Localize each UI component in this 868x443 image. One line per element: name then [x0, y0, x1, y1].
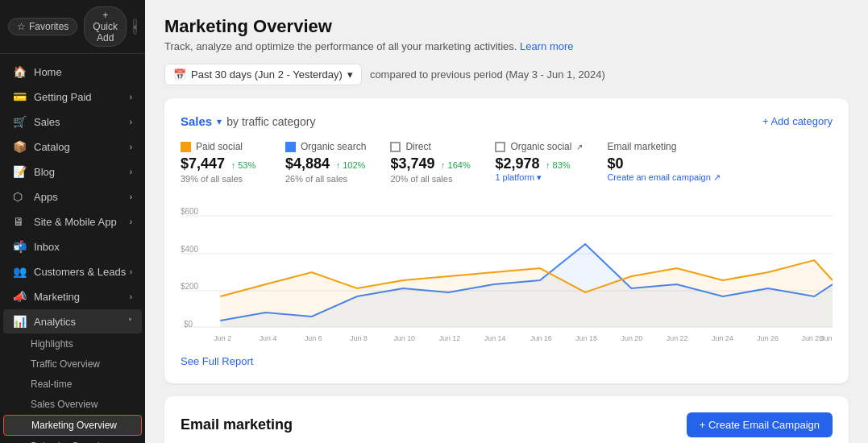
collapse-sidebar-button[interactable]: ‹ — [133, 19, 137, 35]
sidebar-item-getting-paid[interactable]: 💳 Getting Paid › — [3, 85, 142, 109]
site-mobile-icon: 🖥 — [13, 215, 27, 228]
sidebar-item-home-label: Home — [34, 66, 62, 78]
paid-social-checkbox[interactable] — [181, 142, 191, 152]
sidebar-item-blog[interactable]: 📝 Blog › — [3, 159, 142, 184]
sidebar-item-apps[interactable]: ⬡ Apps › — [3, 184, 142, 209]
svg-text:Jun 22: Jun 22 — [667, 334, 688, 342]
sidebar-item-analytics[interactable]: 📊 Analytics ˅ — [3, 309, 142, 333]
metric-email-marketing: Email marketing $0 Create an email campa… — [607, 141, 720, 184]
traffic-overview-label: Traffic Overview — [31, 358, 100, 370]
direct-checkbox[interactable] — [390, 142, 401, 152]
date-range-label: Past 30 days (Jun 2 - Yesterday) — [191, 68, 343, 81]
sidebar-item-real-time[interactable]: Real-time — [3, 375, 142, 394]
metric-organic-social: Organic social ↗ $2,978 ↑ 83% 1 platform… — [495, 141, 583, 184]
chevron-down-icon: ▾ — [347, 68, 353, 81]
date-range-selector[interactable]: 📅 Past 30 days (Jun 2 - Yesterday) ▾ — [164, 64, 362, 85]
svg-text:Jun 4: Jun 4 — [260, 334, 277, 342]
chevron-right-icon: › — [130, 143, 132, 151]
sidebar-nav: 🏠 Home 💳 Getting Paid › 🛒 Sales › 📦 Cata… — [0, 54, 145, 443]
svg-text:Jun 26: Jun 26 — [757, 334, 779, 342]
svg-text:Jun 10: Jun 10 — [393, 334, 415, 342]
svg-text:Jun 16: Jun 16 — [530, 334, 552, 342]
main-content: Marketing Overview Track, analyze and op… — [145, 0, 868, 443]
chevron-right-icon: › — [130, 168, 132, 176]
sidebar-item-home[interactable]: 🏠 Home — [3, 60, 142, 84]
add-category-label: + Add category — [762, 115, 833, 127]
marketing-overview-label: Marketing Overview — [31, 420, 117, 431]
learn-more-link[interactable]: Learn more — [520, 40, 573, 52]
sidebar-item-inbox-label: Inbox — [34, 241, 60, 253]
sidebar-item-traffic-overview[interactable]: Traffic Overview — [3, 354, 142, 374]
card-header: Sales ▾ by traffic category + Add catego… — [181, 114, 833, 128]
chevron-right-icon: › — [130, 93, 132, 101]
svg-text:$0: $0 — [184, 320, 193, 329]
paid-social-value: $7,447 ↑ 53% — [181, 155, 261, 172]
sidebar-item-getting-paid-label: Getting Paid — [34, 91, 92, 103]
compare-text: compared to previous period (May 3 - Jun… — [370, 68, 605, 81]
chevron-down-small-icon: ▾ — [217, 116, 222, 127]
quick-add-button[interactable]: + Quick Add — [84, 6, 127, 47]
favorites-button[interactable]: ☆ Favorites — [8, 18, 77, 35]
chevron-right-icon: › — [130, 193, 132, 201]
svg-text:Jun 12: Jun 12 — [439, 334, 461, 342]
sidebar-item-inbox[interactable]: 📬 Inbox — [3, 234, 142, 259]
favorites-label: Favorites — [29, 21, 69, 32]
sales-title-link[interactable]: Sales — [181, 114, 212, 128]
sidebar-item-customers-label: Customers & Leads — [34, 266, 126, 278]
date-bar: 📅 Past 30 days (Jun 2 - Yesterday) ▾ com… — [164, 64, 849, 85]
email-section-title: Email marketing — [181, 416, 293, 433]
sales-icon: 🛒 — [13, 115, 27, 128]
svg-text:Jun 28: Jun 28 — [802, 334, 824, 342]
organic-search-value: $4,884 ↑ 102% — [285, 155, 366, 172]
organic-search-checkbox[interactable] — [285, 142, 296, 152]
organic-search-label: Organic search — [285, 141, 366, 152]
svg-marker-9 — [220, 260, 833, 327]
svg-text:$600: $600 — [181, 207, 198, 216]
page-subtitle: Track, analyze and optimize the performa… — [164, 40, 849, 52]
blog-icon: 📝 — [13, 165, 27, 178]
chart-area: $600 $400 $200 $0 Jun 2 Jun 4 Jun 6 Jun … — [181, 200, 833, 347]
platform-link[interactable]: 1 platform ▾ — [495, 172, 583, 183]
sidebar: ☆ Favorites + Quick Add ‹ 🏠 Home 💳 Getti… — [0, 0, 145, 443]
inbox-icon: 📬 — [13, 240, 27, 253]
svg-text:$400: $400 — [181, 245, 198, 254]
organic-social-value: $2,978 ↑ 83% — [495, 155, 583, 172]
home-icon: 🏠 — [13, 65, 27, 78]
direct-value: $3,749 ↑ 164% — [390, 155, 471, 172]
see-full-report-link[interactable]: See Full Report — [181, 355, 253, 367]
marketing-icon: 📣 — [13, 290, 27, 303]
sidebar-item-catalog[interactable]: 📦 Catalog › — [3, 135, 142, 159]
chart-footer: See Full Report — [181, 355, 833, 367]
sidebar-item-sales[interactable]: 🛒 Sales › — [3, 110, 142, 134]
chevron-right-icon: › — [130, 118, 132, 126]
sidebar-item-marketing-label: Marketing — [34, 291, 80, 303]
analytics-icon: 📊 — [13, 315, 27, 328]
sidebar-item-catalog-label: Catalog — [34, 141, 70, 153]
catalog-icon: 📦 — [13, 140, 27, 153]
chevron-right-icon: › — [130, 267, 132, 276]
card-subtitle: by traffic category — [226, 115, 315, 128]
email-section: Email marketing + Create Email Campaign — [181, 412, 833, 437]
organic-social-checkbox[interactable] — [495, 142, 505, 152]
page-title: Marketing Overview — [164, 16, 849, 37]
add-category-button[interactable]: + Add category — [762, 115, 833, 127]
create-campaign-link[interactable]: Create an email campaign ↗ — [607, 172, 720, 183]
sidebar-item-customers[interactable]: 👥 Customers & Leads › — [3, 259, 142, 284]
svg-text:Jun 30: Jun 30 — [820, 334, 833, 342]
apps-icon: ⬡ — [13, 190, 27, 203]
organic-search-pct: 26% of all sales — [285, 174, 366, 184]
sidebar-item-site-mobile[interactable]: 🖥 Site & Mobile App › — [3, 209, 142, 234]
chevron-down-icon: ˅ — [128, 317, 132, 326]
sidebar-item-marketing[interactable]: 📣 Marketing › — [3, 284, 142, 308]
metric-paid-social: Paid social $7,447 ↑ 53% 39% of all sale… — [181, 141, 261, 184]
sidebar-item-sales-overview[interactable]: Sales Overview — [3, 395, 142, 414]
customers-icon: 👥 — [13, 265, 27, 278]
real-time-label: Real-time — [31, 379, 72, 390]
create-email-campaign-button[interactable]: + Create Email Campaign — [687, 412, 833, 437]
sidebar-item-marketing-overview[interactable]: Marketing Overview — [3, 415, 142, 436]
metrics-row: Paid social $7,447 ↑ 53% 39% of all sale… — [181, 141, 833, 184]
direct-label: Direct — [390, 141, 471, 152]
sidebar-item-highlights[interactable]: Highlights — [3, 334, 142, 354]
email-marketing-card: Email marketing + Create Email Campaign — [164, 396, 849, 443]
sidebar-item-behavior-overview[interactable]: Behavior Overview — [3, 437, 142, 443]
